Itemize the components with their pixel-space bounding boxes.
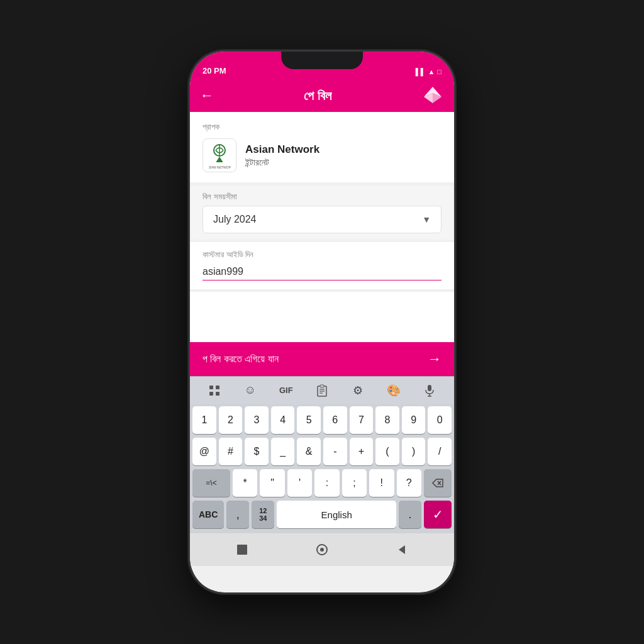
svg-rect-10 <box>209 392 213 396</box>
key-colon[interactable]: : <box>314 469 339 497</box>
spacer <box>190 292 454 342</box>
key-hash[interactable]: # <box>219 438 243 465</box>
svg-text:SIAN NETWOP: SIAN NETWOP <box>209 165 231 169</box>
provider-row: SIAN NETWOP Asian Network ইন্টারনেট <box>203 138 441 172</box>
period-value: July 2024 <box>213 214 257 225</box>
key-2[interactable]: 2 <box>219 406 243 434</box>
key-6[interactable]: 6 <box>323 406 347 434</box>
key-3[interactable]: 3 <box>245 406 269 434</box>
key-plus[interactable]: + <box>350 438 374 465</box>
keyboard-bottom-row: ABC , 12 34 English . ✓ <box>190 498 454 533</box>
settings-icon[interactable]: ⚙ <box>345 379 370 402</box>
cta-text: প বিল করতে এগিয়ে যান <box>203 353 279 365</box>
chevron-down-icon: ▼ <box>422 214 431 225</box>
key-5[interactable]: 5 <box>297 406 321 434</box>
key-1[interactable]: 1 <box>192 406 216 434</box>
keyboard: 1 2 3 4 5 6 7 8 9 0 @ # $ _ & - + ( <box>190 404 454 533</box>
keyboard-row-symbols2: =\< * " ' : ; ! ? <box>190 467 454 498</box>
key-dollar[interactable]: $ <box>245 438 269 465</box>
app-logo <box>421 84 444 107</box>
phone-frame: 20 PM ▌▌ ▲ □ ← পে বিল প্রাপক <box>190 52 454 592</box>
signal-icon: ▌▌ <box>416 68 426 75</box>
svg-marker-5 <box>216 157 223 162</box>
cta-arrow-icon: → <box>428 351 441 367</box>
key-0[interactable]: 0 <box>428 406 452 434</box>
svg-rect-9 <box>216 386 219 389</box>
key-asterisk[interactable]: * <box>233 469 257 497</box>
emoji-icon[interactable]: ☺ <box>238 379 263 402</box>
key-quote-single[interactable]: ' <box>287 469 312 497</box>
nav-back-button[interactable] <box>392 540 411 559</box>
provider-subtitle: ইন্টারনেট <box>245 157 319 168</box>
nav-home-button[interactable] <box>313 540 331 559</box>
key-close-paren[interactable]: ) <box>402 438 426 465</box>
key-8[interactable]: 8 <box>375 406 399 434</box>
provider-info: Asian Network ইন্টারনেট <box>245 143 319 168</box>
cta-bar[interactable]: প বিল করতে এগিয়ে যান → <box>190 342 454 376</box>
bottom-nav <box>190 533 454 566</box>
key-slash[interactable]: / <box>428 438 452 465</box>
key-minus[interactable]: - <box>323 438 347 465</box>
svg-point-24 <box>320 548 324 552</box>
key-semicolon[interactable]: ; <box>342 469 367 497</box>
svg-rect-22 <box>237 545 247 555</box>
key-underscore[interactable]: _ <box>271 438 295 465</box>
key-special-chars[interactable]: =\< <box>192 469 230 497</box>
keyboard-row-numbers: 1 2 3 4 5 6 7 8 9 0 <box>190 404 454 435</box>
key-quote-double[interactable]: " <box>260 469 284 497</box>
key-question[interactable]: ? <box>397 469 421 497</box>
phone-screen: 20 PM ▌▌ ▲ □ ← পে বিল প্রাপক <box>190 52 454 592</box>
billing-section: বিল সময়সীমা July 2024 ▼ <box>190 186 454 240</box>
backspace-key[interactable] <box>424 469 452 497</box>
top-nav: ← পে বিল <box>190 79 454 112</box>
svg-rect-11 <box>216 392 219 396</box>
customer-id-label: কাস্টমার আইডি দিন <box>203 250 441 260</box>
key-abc[interactable]: ABC <box>192 501 224 528</box>
customer-id-section: কাস্টমার আইডি দিন <box>190 242 454 289</box>
key-comma[interactable]: , <box>226 501 249 528</box>
palette-icon[interactable]: 🎨 <box>381 379 406 402</box>
provider-label: প্রাপক <box>203 122 441 132</box>
mic-icon[interactable] <box>417 379 442 402</box>
key-ampersand[interactable]: & <box>297 438 321 465</box>
clipboard-icon[interactable] <box>309 379 335 402</box>
svg-rect-8 <box>209 386 213 389</box>
provider-logo: SIAN NETWOP <box>203 138 236 172</box>
gif-button[interactable]: GIF <box>274 379 299 402</box>
key-7[interactable]: 7 <box>350 406 374 434</box>
key-exclamation[interactable]: ! <box>369 469 394 497</box>
key-4[interactable]: 4 <box>271 406 295 434</box>
customer-id-input[interactable] <box>203 264 441 280</box>
period-dropdown[interactable]: July 2024 ▼ <box>203 206 441 233</box>
wifi-icon: ▲ <box>428 68 435 75</box>
svg-rect-17 <box>428 385 431 391</box>
battery-icon: □ <box>437 68 441 75</box>
svg-rect-13 <box>320 385 324 387</box>
key-at[interactable]: @ <box>192 438 216 465</box>
status-time: 20 PM <box>203 66 226 75</box>
notch <box>281 52 363 69</box>
provider-name: Asian Network <box>245 143 319 156</box>
key-9[interactable]: 9 <box>402 406 426 434</box>
key-open-paren[interactable]: ( <box>375 438 399 465</box>
grid-icon[interactable] <box>202 379 227 402</box>
keyboard-row-symbols1: @ # $ _ & - + ( ) / <box>190 435 454 467</box>
billing-label: বিল সময়সীমা <box>203 192 441 202</box>
key-numbers-toggle[interactable]: 12 34 <box>252 501 274 528</box>
status-icons: ▌▌ ▲ □ <box>416 68 441 75</box>
keyboard-toolbar: ☺ GIF ⚙ 🎨 <box>190 376 454 404</box>
nav-square-button[interactable] <box>233 540 252 559</box>
key-period[interactable]: . <box>399 501 421 528</box>
key-space[interactable]: English <box>277 501 396 528</box>
back-button[interactable]: ← <box>200 87 214 104</box>
page-title: পে বিল <box>304 89 331 103</box>
svg-marker-25 <box>399 545 405 554</box>
key-done[interactable]: ✓ <box>424 501 452 528</box>
provider-section: প্রাপক SIAN NETWOP Asian Network <box>190 112 454 182</box>
